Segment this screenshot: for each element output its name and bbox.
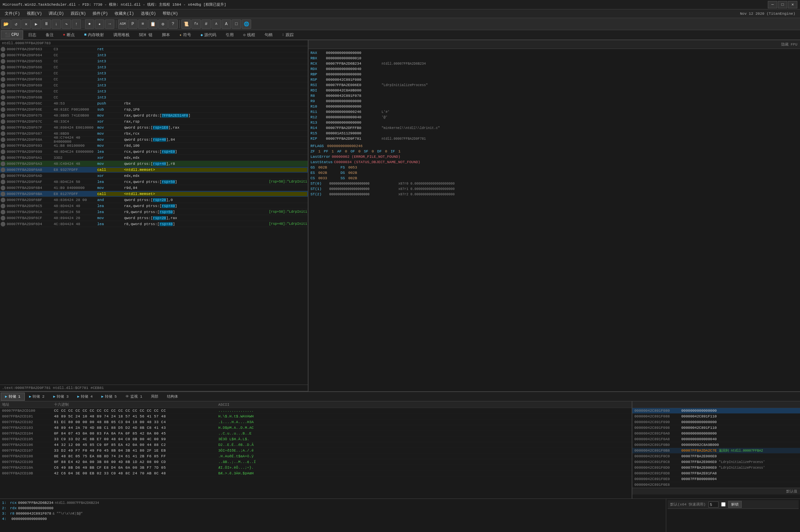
close-button[interactable]: ✕ bbox=[788, 1, 797, 8]
hex-row[interactable]: 0007FFBA2CD10281 EC 80 00 00 00 48 8B 05… bbox=[0, 419, 632, 425]
mem-row[interactable]: 00000042C891F0E000007FFB00000004 bbox=[632, 476, 800, 482]
menu-plugins[interactable]: 插件(P) bbox=[89, 10, 111, 17]
toolbar-restart[interactable]: ↺ bbox=[12, 19, 21, 29]
watch-row[interactable]: 3: r8 00000042C891F078 & ""\r\x\n€|$@" bbox=[2, 511, 664, 516]
disasm-row[interactable]: 00007FFBA2D9F668CCint3 bbox=[0, 76, 308, 82]
tab-notes[interactable]: 备注 bbox=[41, 31, 58, 39]
tab-references[interactable]: 引用 bbox=[221, 31, 238, 39]
reg-row[interactable]: R15000001A511290000 bbox=[310, 131, 798, 136]
disasm-row[interactable]: 00007FFBA2D9F68748:8BD9movrbx,rcx bbox=[0, 131, 308, 137]
hex-row[interactable]: 0007FFBA2CD10B42 C6 04 3E 00 EB 02 33 C0… bbox=[0, 471, 632, 476]
toolbar-close[interactable]: ✕ bbox=[21, 19, 31, 29]
disasm-row[interactable]: 00007FFBA2D9F69948:8D4C24 E0000000learcx… bbox=[0, 149, 308, 155]
disasm-row[interactable]: 00007FFBA2D9F663C3ret bbox=[0, 46, 308, 52]
reg-row[interactable]: RCX00007FFBA2D6B234ntdll.00007FFBA2D6B23… bbox=[310, 61, 798, 66]
toolbar-bp-hw[interactable]: ⬥ bbox=[95, 19, 104, 29]
hex-row[interactable]: 0007FFBA2CD10644 32 12 00 45 85 C9 0F 85… bbox=[0, 442, 632, 448]
hex-row[interactable]: 0007FFBA2CD1080E 48 8C 05 75 EA 8B 8D 74… bbox=[0, 454, 632, 459]
menu-options[interactable]: 选项(O) bbox=[138, 10, 160, 17]
menu-trace[interactable]: 跟踪(N) bbox=[67, 10, 90, 17]
watch-row[interactable]: 2: rdx 0000000000000000 bbox=[2, 506, 664, 511]
hex-row[interactable]: 0007FFBA2CD10348 89 44 2A 70 4D 8B C1 88… bbox=[0, 425, 632, 431]
disasm-row[interactable]: 00007FFBA2D9F6ADxoredx,edx bbox=[0, 173, 308, 179]
reg-row[interactable]: R1400007FFBA2DFFFB0"minkernel\\ntdll\\ld… bbox=[310, 125, 798, 131]
toolbar-log[interactable]: 📋 bbox=[148, 19, 158, 29]
reg-row[interactable]: R110000000000000246L'#' bbox=[310, 109, 798, 115]
toolbar-pause[interactable]: ⏸ bbox=[41, 19, 51, 29]
dump-tab-2[interactable]: ▶ 转储 2 bbox=[25, 393, 49, 401]
disasm-row[interactable]: 00007FFBA2D9F665CCint3 bbox=[0, 58, 308, 64]
hex-row[interactable]: 0007FFBA2CD1040F 84 07 43 0A 00 83 FA 0A… bbox=[0, 431, 632, 437]
toolbar-patch[interactable]: P bbox=[128, 19, 138, 29]
mem-row[interactable]: 00000042C891F0D800007FFBA2E01FA8 bbox=[632, 471, 800, 476]
mem-row[interactable]: 00000042C891F0E8 bbox=[632, 482, 800, 488]
reg-scroll[interactable]: RAX0000000000000000RBX0000000000000010RC… bbox=[308, 49, 800, 391]
disasm-row[interactable]: 00007FFBA2D9F664CCint3 bbox=[0, 52, 308, 58]
mem-row[interactable]: 00000042C891F0A80000000000000040 bbox=[632, 437, 800, 442]
reg-row[interactable]: R130000000000000000 bbox=[310, 120, 798, 125]
dump-tab-3[interactable]: ▶ 转储 3 bbox=[49, 393, 73, 401]
menu-debug[interactable]: 调试(D) bbox=[45, 10, 67, 17]
menu-help[interactable]: 帮助(H) bbox=[159, 10, 181, 17]
dump-tab-5[interactable]: ▶ 转储 5 bbox=[97, 393, 121, 401]
toolbar-extra6[interactable]: 🌐 bbox=[242, 19, 251, 29]
disasm-row[interactable]: 00007FFBA2D9F6AF48:8D4C24 50learcx,qword… bbox=[0, 179, 308, 185]
reg-row[interactable]: RBP0000000000000000 bbox=[310, 72, 798, 77]
tab-symbols[interactable]: ✦ 符号 bbox=[175, 31, 196, 39]
dump-tab-struct[interactable]: 结构体 bbox=[163, 393, 182, 401]
reg-row[interactable]: R100000000000000000 bbox=[310, 104, 798, 109]
toolbar-extra2[interactable]: # bbox=[201, 19, 211, 29]
reg-row[interactable]: RBX0000000000000010 bbox=[310, 56, 798, 61]
disasm-row[interactable]: 00007FFBA2D9F67548:8B05 741E0B00movrax,q… bbox=[0, 113, 308, 119]
reg-row[interactable]: RIP00007FFBA2D9F781ntdll.00007FFBA2D9F78… bbox=[310, 136, 798, 141]
toolbar-settings[interactable]: ⚙ bbox=[158, 19, 168, 29]
mem-row[interactable]: 00000042C891F08800000042C891F110 bbox=[632, 414, 800, 419]
tab-cpu[interactable]: ⬛ CPU bbox=[1, 31, 23, 39]
mem-row[interactable]: 00000042C891F0800000000000000000 bbox=[632, 408, 800, 414]
hex-row[interactable]: 00007FFBA2CD100CC CC CC CC CC CC CC CC C… bbox=[0, 408, 632, 414]
tab-seh[interactable]: SEH 链 bbox=[134, 31, 157, 39]
mem-row[interactable]: 00000042C891F0C800007FFBA2E006E0"LdrpIni… bbox=[632, 459, 800, 465]
toolbar-step-out[interactable]: ↑ bbox=[72, 19, 81, 29]
tab-source[interactable]: ◆ 源代码 bbox=[196, 31, 221, 39]
toolbar-step-over[interactable]: ↷ bbox=[62, 19, 71, 29]
tab-threads[interactable]: ⚙ 线程 bbox=[239, 31, 259, 39]
disasm-row[interactable]: 00007FFBA2D9F666CCint3 bbox=[0, 64, 308, 70]
toolbar-asm[interactable]: ASM bbox=[118, 19, 127, 29]
hex-row[interactable]: 0007FFBA2CD1090F 88 E4 42 0A 00 3B 08 00… bbox=[0, 459, 632, 465]
dump-tab-watch1[interactable]: 👁 监视 1 bbox=[121, 393, 147, 401]
mem-row[interactable]: 00000042C891F0B800007FFBA2DA2C7E返回到 ntdl… bbox=[632, 448, 800, 454]
disasm-row[interactable]: 00007FFBA2D9F6A133D2xoredx,edx bbox=[0, 155, 308, 161]
tab-patches[interactable]: 句柄 bbox=[260, 31, 277, 39]
disasm-row[interactable]: 00007FFBA2D9F6BF48:836424 28 00andqword … bbox=[0, 197, 308, 203]
hex-row[interactable]: 0007FFBA2CD10733 D2 49 F7 F0 49 F0 45 8B… bbox=[0, 448, 632, 454]
dump-tab-1[interactable]: ▶ 转储 1 bbox=[1, 393, 25, 401]
qr-num-input[interactable] bbox=[708, 501, 719, 508]
toolbar-calc[interactable]: ≡ bbox=[138, 19, 147, 29]
disasm-row[interactable]: 00007FFBA2D9F67F48:898424 E0010000movqwo… bbox=[0, 125, 308, 131]
mem-row[interactable]: 00000042C891F0A00000000000000000 bbox=[632, 431, 800, 437]
disasm-row[interactable]: 00007FFBA2D9F6A348:C49424 48movqword ptr… bbox=[0, 161, 308, 167]
watch-row[interactable]: 1: rcx 00007FFBA2D6B234 ntdll.00007FFBA2… bbox=[2, 500, 664, 506]
disasm-row[interactable]: 00007FFBA2D9F67C48:33C4xorrax,rsp bbox=[0, 119, 308, 125]
reg-row[interactable]: RDI00000042C8A9B000 bbox=[310, 88, 798, 93]
menu-favorites[interactable]: 收藏夹(I) bbox=[111, 10, 138, 17]
toolbar-bp[interactable]: ● bbox=[85, 19, 94, 29]
dump-tab-local[interactable]: 局部 bbox=[147, 393, 163, 401]
disasm-row[interactable]: 00007FFBA2D9F66C40:53pushrbx bbox=[0, 100, 308, 107]
tab-callstack[interactable]: 调用堆栈 bbox=[109, 31, 134, 39]
hex-row[interactable]: 0007FFBA2CD10148 89 5C 24 10 48 89 74 24… bbox=[0, 414, 632, 419]
toolbar-open[interactable]: 📂 bbox=[1, 19, 11, 29]
qr-checkbox[interactable] bbox=[721, 502, 726, 507]
disasm-row[interactable]: 00007FFBA2D9F66BCCint3 bbox=[0, 94, 308, 100]
reg-row[interactable]: R800000042C891F078 bbox=[310, 93, 798, 98]
maximize-button[interactable]: □ bbox=[778, 1, 787, 8]
toolbar-step-into[interactable]: ↓ bbox=[52, 19, 61, 29]
toolbar-extra5[interactable]: □ bbox=[232, 19, 241, 29]
toolbar-about[interactable]: ? bbox=[168, 19, 178, 29]
toolbar-run-to[interactable]: → bbox=[105, 19, 114, 29]
toolbar-run[interactable]: ▶ bbox=[32, 19, 41, 29]
mem-panel[interactable]: 00000042C891F080000000000000000000000042… bbox=[632, 401, 800, 498]
mem-row[interactable]: 00000042C891F0D000007FFBA2E006E0"LdrpIni… bbox=[632, 465, 800, 471]
toolbar-extra3[interactable]: A bbox=[212, 19, 221, 29]
